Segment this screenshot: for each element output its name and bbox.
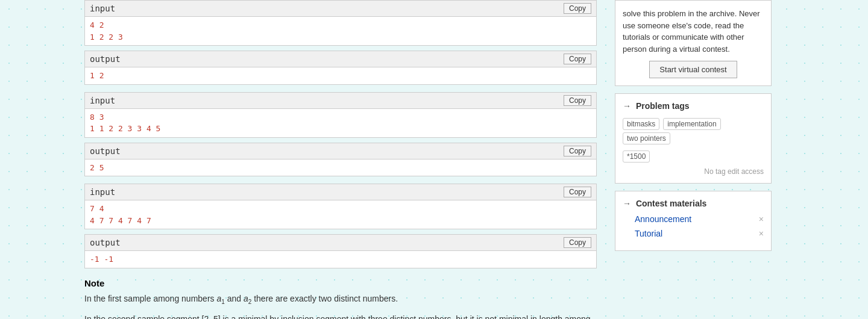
copy-button-3[interactable]: Copy [564, 187, 591, 197]
disclaimer-text: solve this problem in the archive. Never… [623, 8, 764, 55]
input-label-3: input [90, 187, 115, 197]
list-item-tutorial: Tutorial × [635, 229, 764, 238]
note-paragraph-2: In the second sample segment [2, 5] is a… [84, 312, 597, 319]
output-content-3: -1 -1 [85, 251, 596, 268]
virtual-contest-panel: solve this problem in the archive. Never… [615, 0, 772, 86]
output-header-2: output Copy [85, 143, 596, 160]
tags-container: bitmasks implementation two pointers [623, 117, 764, 146]
copy-button-1[interactable]: Copy [564, 3, 591, 14]
input-header-2: input Copy [85, 93, 596, 109]
copy-button-output-2[interactable]: Copy [564, 146, 591, 156]
output-header-1: output Copy [85, 51, 596, 67]
arrow-icon: → [623, 101, 631, 111]
io-block-1: input Copy 4 2 1 2 2 3 [84, 0, 597, 46]
output-block-3: output Copy -1 -1 [84, 234, 597, 268]
output-header-3: output Copy [85, 235, 596, 251]
materials-list: Announcement × Tutorial × [623, 214, 764, 238]
output-block-2: output Copy 2 5 [84, 143, 597, 177]
tag-implementation[interactable]: implementation [663, 118, 720, 130]
note-section: Note In the first sample among numbers a… [84, 278, 597, 320]
output-label-1: output [90, 54, 121, 64]
copy-button-output-3[interactable]: Copy [564, 237, 591, 248]
contest-materials-panel: → Contest materials Announcement × Tutor… [615, 191, 772, 251]
tag-rating[interactable]: *1500 [623, 150, 650, 163]
contest-materials-arrow-icon: → [623, 199, 631, 208]
no-tag-edit-text: No tag edit access [623, 167, 764, 176]
announcement-close-icon[interactable]: × [759, 214, 764, 224]
tutorial-close-icon[interactable]: × [759, 229, 764, 238]
problem-tags-panel: → Problem tags bitmasks implementation t… [615, 93, 772, 184]
input-content-1: 4 2 1 2 2 3 [85, 17, 596, 45]
input-header-3: input Copy [85, 184, 596, 200]
io-block-3: input Copy 7 4 4 7 7 4 7 4 7 [84, 184, 597, 229]
virtual-contest-button[interactable]: Start virtual contest [649, 61, 737, 78]
contest-materials-title: → Contest materials [623, 199, 764, 208]
output-content-2: 2 5 [85, 160, 596, 176]
output-label-2: output [90, 146, 121, 156]
list-item-announcement: Announcement × [635, 214, 764, 224]
input-content-3: 7 4 4 7 7 4 7 4 7 [85, 200, 596, 229]
copy-button-2[interactable]: Copy [564, 95, 591, 106]
output-content-1: 1 2 [85, 67, 596, 84]
input-label-1: input [90, 4, 115, 13]
output-label-3: output [90, 238, 121, 247]
tag-two-pointers[interactable]: two pointers [623, 132, 670, 144]
io-block-2: input Copy 8 3 1 1 2 2 3 3 4 5 [84, 92, 597, 138]
input-content-2: 8 3 1 1 2 2 3 3 4 5 [85, 109, 596, 137]
note-title: Note [84, 278, 597, 288]
main-content: input Copy 4 2 1 2 2 3 output Copy 1 2 i… [0, 0, 609, 319]
tutorial-link[interactable]: Tutorial [635, 229, 662, 238]
tags-row-2: *1500 [623, 149, 764, 164]
problem-tags-title: → Problem tags [623, 101, 764, 111]
contest-materials-label: Contest materials [636, 199, 706, 208]
input-label-2: input [90, 96, 115, 105]
announcement-link[interactable]: Announcement [635, 214, 691, 224]
input-header-1: input Copy [85, 1, 596, 17]
copy-button-output-1[interactable]: Copy [564, 54, 591, 64]
output-block-1: output Copy 1 2 [84, 51, 597, 85]
note-paragraph-1: In the first sample among numbers a1 and… [84, 292, 597, 307]
tag-bitmasks[interactable]: bitmasks [623, 118, 659, 130]
sidebar: solve this problem in the archive. Never… [609, 0, 784, 319]
problem-tags-label: Problem tags [636, 101, 690, 111]
